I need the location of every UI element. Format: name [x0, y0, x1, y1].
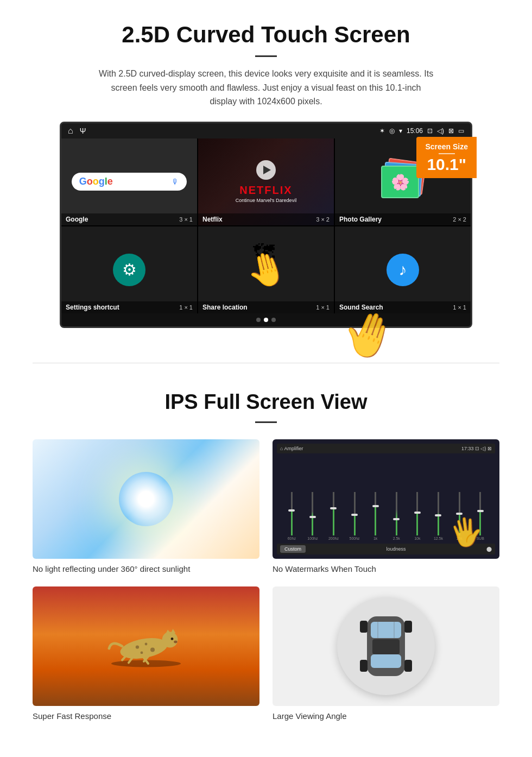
section2-divider [255, 421, 277, 423]
hand-pointing-icon: 🤚 [242, 246, 291, 294]
svg-rect-17 [371, 654, 401, 668]
share-location-cell[interactable]: 🗺 🤚 Share location 1 × 1 [198, 226, 334, 313]
share-app-size: 1 × 1 [316, 304, 330, 311]
amp-bar-2: 100hz [303, 457, 322, 540]
settings-icon-circle: ⚙ [113, 254, 145, 286]
cheetah-svg [103, 624, 189, 668]
feature-watermarks-label: No Watermarks When Touch [273, 564, 499, 573]
section-ips-screen: IPS Full Screen View No light reflecting… [0, 385, 532, 742]
amp-bar-5: 1k [366, 457, 385, 540]
car-svg [359, 605, 413, 687]
nav-dot-2 [264, 318, 268, 322]
svg-point-2 [162, 632, 178, 647]
google-app-name: Google [66, 216, 88, 223]
svg-point-10 [141, 651, 143, 654]
section1-divider [255, 55, 277, 57]
amp-bar-3: 200hz [324, 457, 343, 540]
amp-header: ⌂ Amplifier 17:33 ⊡ ◁) ⊠ [277, 444, 495, 453]
sound-search-cell[interactable]: ♪ Sound Search 1 × 1 [335, 226, 471, 313]
close-icon: ⊠ [448, 127, 454, 135]
svg-rect-20 [404, 621, 412, 633]
features-grid: No light reflecting under 360° direct su… [33, 439, 499, 721]
badge-value: 10.1" [425, 156, 468, 173]
settings-app-label: Settings shortcut 1 × 1 [61, 301, 197, 313]
netflix-app-label: Netflix 3 × 2 [198, 213, 334, 225]
photo-card-3: 🌸 [381, 166, 419, 198]
feature-watermarks: ⌂ Amplifier 17:33 ⊡ ◁) ⊠ 60hz 100hz [273, 439, 499, 573]
netflix-app-cell[interactable]: NETFLIX Continue Marvel's Daredevil Netf… [198, 138, 334, 225]
section-divider [33, 363, 499, 363]
feature-car-image [273, 586, 499, 706]
netflix-subtitle: Continue Marvel's Daredevil [236, 198, 296, 203]
amp-hand-icon: 🖐 [447, 514, 485, 551]
badge-divider [439, 153, 455, 154]
svg-rect-22 [404, 660, 412, 672]
svg-rect-21 [360, 660, 368, 672]
amp-slider-5 [375, 492, 376, 535]
svg-marker-3 [166, 629, 171, 634]
badge-label: Screen Size [425, 142, 468, 151]
feature-viewing-angle: Large Viewing Angle [273, 586, 499, 721]
nav-dots [61, 313, 471, 326]
amp-loudness: loudness [386, 546, 406, 552]
google-app-cell[interactable]: Google 🎙 Google 3 × 1 [61, 138, 197, 225]
device-screen: ⌂ Ψ ✶ ◎ ▾ 15:06 ⊡ ◁) ⊠ ▭ [60, 122, 472, 328]
section-curved-screen: 2.5D Curved Touch Screen With 2.5D curve… [0, 0, 532, 341]
share-app-name: Share location [202, 304, 248, 311]
amp-title: ⌂ Amplifier [280, 446, 303, 451]
status-right: ✶ ◎ ▾ 15:06 ⊡ ◁) ⊠ ▭ [379, 127, 464, 135]
svg-point-9 [150, 647, 155, 652]
netflix-brand: NETFLIX [239, 184, 292, 197]
netflix-app-size: 3 × 2 [316, 216, 330, 223]
svg-point-6 [174, 640, 177, 643]
music-note-icon: ♪ [399, 261, 407, 279]
settings-app-cell[interactable]: ⚙ Settings shortcut 1 × 1 [61, 226, 197, 313]
amp-slider-8 [438, 492, 439, 535]
device-mockup: Screen Size 10.1" ⌂ Ψ ✶ ◎ ▾ 15:06 ⊡ ◁) ⊠… [60, 122, 472, 328]
amp-time: 17:33 ⊡ ◁) ⊠ [461, 446, 492, 451]
settings-app-size: 1 × 1 [179, 304, 193, 311]
amp-bar-6: 2.5k [387, 457, 406, 540]
feature-viewing-label: Large Viewing Angle [273, 711, 499, 721]
feature-fast-response: Super Fast Response [33, 586, 259, 721]
amp-bar-4: 500hz [345, 457, 364, 540]
feature-sunlight: No light reflecting under 360° direct su… [33, 439, 259, 573]
window-icon: ▭ [458, 127, 464, 135]
google-app-label: Google 3 × 1 [61, 213, 197, 225]
home-icon: ⌂ [68, 126, 73, 136]
amp-bar-7: 10k [408, 457, 427, 540]
svg-rect-19 [360, 621, 368, 633]
section1-description: With 2.5D curved-display screen, this de… [98, 67, 434, 109]
sun-glow [119, 472, 173, 526]
amp-slider-1 [291, 492, 293, 535]
amp-slider-7 [416, 492, 418, 535]
app-grid: Google 🎙 Google 3 × 1 NETFLIX [61, 138, 471, 313]
car-circle [337, 597, 435, 695]
netflix-play-button[interactable] [256, 160, 276, 180]
feature-sunlight-image [33, 439, 259, 559]
photo-app-size: 2 × 2 [453, 216, 466, 223]
nav-dot-3 [271, 318, 276, 322]
google-mic-icon[interactable]: 🎙 [172, 178, 179, 186]
location-icon: ◎ [389, 127, 395, 135]
screen-size-badge: Screen Size 10.1" [416, 137, 477, 178]
google-app-size: 3 × 1 [179, 216, 193, 223]
settings-gear-icon: ⚙ [122, 260, 137, 279]
amp-toggle: ⬤ [486, 546, 492, 552]
amp-slider-2 [312, 492, 313, 535]
share-app-label: Share location 1 × 1 [198, 301, 334, 313]
google-search-bar[interactable]: Google 🎙 [72, 173, 187, 191]
svg-rect-16 [371, 622, 401, 638]
netflix-overlay: NETFLIX Continue Marvel's Daredevil [198, 138, 334, 225]
svg-rect-18 [372, 639, 400, 654]
amp-bar-8: 12.5k [429, 457, 448, 540]
google-logo: Google [79, 176, 113, 187]
feature-amplifier-image: ⌂ Amplifier 17:33 ⊡ ◁) ⊠ 60hz 100hz [273, 439, 499, 559]
usb-icon: Ψ [80, 127, 86, 135]
section2-title: IPS Full Screen View [33, 390, 499, 414]
status-bar: ⌂ Ψ ✶ ◎ ▾ 15:06 ⊡ ◁) ⊠ ▭ [61, 123, 471, 138]
svg-point-7 [136, 645, 139, 648]
netflix-app-name: Netflix [202, 216, 223, 223]
volume-icon: ◁) [437, 127, 444, 135]
bluetooth-icon: ✶ [379, 127, 385, 135]
